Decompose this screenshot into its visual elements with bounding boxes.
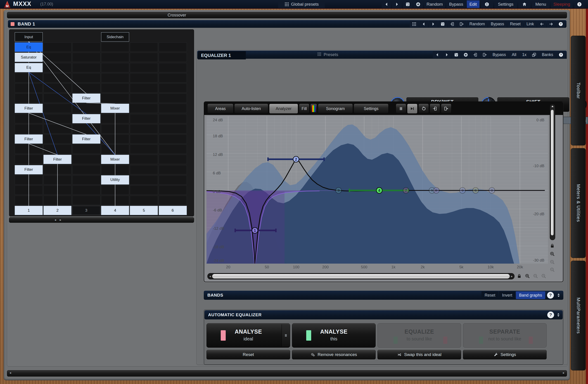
graph-analyzer-button[interactable]: Analyzer bbox=[269, 104, 298, 114]
grid-cell[interactable] bbox=[43, 134, 71, 144]
node-mixer[interactable]: Mixer bbox=[101, 104, 129, 113]
band-prev-icon-button[interactable] bbox=[419, 20, 428, 27]
grid-cell[interactable] bbox=[130, 134, 158, 144]
grid-cell[interactable] bbox=[43, 83, 71, 93]
graph-vscrollbar[interactable] bbox=[550, 104, 555, 240]
eq-band-point-8[interactable]: 8 bbox=[433, 188, 439, 193]
grid-cell[interactable] bbox=[130, 165, 158, 174]
grid-cell[interactable] bbox=[72, 124, 100, 134]
grid-cell[interactable] bbox=[72, 104, 100, 113]
topbar-preset-prev-icon[interactable] bbox=[382, 0, 391, 8]
graph-sonogram-button[interactable]: Sonogram bbox=[318, 104, 353, 114]
grid-cell[interactable] bbox=[72, 63, 100, 72]
bottom-scrollbar[interactable]: ◂ ▸ bbox=[7, 370, 567, 377]
graph-vzoom-reset-icon[interactable] bbox=[549, 266, 556, 273]
grid-cell[interactable] bbox=[15, 83, 43, 93]
graph-vzoom-in-icon[interactable] bbox=[549, 250, 556, 257]
grid-cell[interactable] bbox=[159, 185, 187, 195]
grid-cell[interactable] bbox=[15, 124, 43, 134]
topbar-randomize-icon[interactable] bbox=[403, 0, 413, 8]
node-filter[interactable]: Filter bbox=[72, 134, 100, 144]
band-undo-icon-button[interactable] bbox=[537, 20, 546, 27]
auto-eq-action-swap-button[interactable]: Swap this and ideal bbox=[378, 350, 461, 359]
band-color-swatch[interactable] bbox=[11, 22, 15, 26]
grid-cell[interactable] bbox=[159, 94, 187, 103]
grid-cell[interactable] bbox=[130, 42, 158, 52]
graph-fill-button[interactable]: Fill bbox=[299, 104, 309, 114]
eq-band-point-3[interactable]: 3 bbox=[336, 188, 341, 193]
grid-cell[interactable] bbox=[130, 114, 158, 123]
grid-cell[interactable] bbox=[130, 94, 158, 103]
graph-areas-button[interactable]: Areas bbox=[207, 104, 233, 114]
eq-prev-icon-button[interactable] bbox=[433, 51, 442, 58]
output-slot-3[interactable]: 3 bbox=[72, 206, 100, 215]
grid-cell[interactable] bbox=[43, 53, 71, 62]
grid-cell[interactable] bbox=[159, 104, 187, 113]
topbar-home-icon[interactable] bbox=[518, 0, 530, 8]
grid-cell[interactable] bbox=[43, 42, 71, 52]
graph-rainbow-icon-button[interactable] bbox=[310, 104, 317, 114]
grid-cell[interactable] bbox=[72, 42, 100, 52]
analyse-ideal-menu-icon[interactable] bbox=[282, 324, 290, 346]
bottom-scroll-right-icon[interactable]: ▸ bbox=[563, 371, 565, 375]
grid-cell[interactable] bbox=[72, 73, 100, 82]
node-mixer[interactable]: Mixer bbox=[101, 155, 129, 164]
grid-cell[interactable] bbox=[15, 73, 43, 82]
output-slot-2[interactable]: 2 bbox=[43, 206, 71, 215]
node-input[interactable]: Input bbox=[15, 32, 43, 41]
band-reset-button[interactable]: Reset bbox=[507, 20, 523, 27]
bands-collapse-icon[interactable] bbox=[555, 293, 563, 298]
grid-cell[interactable] bbox=[130, 196, 158, 205]
topbar-settings-button[interactable]: Settings bbox=[494, 0, 517, 8]
bands-help-icon[interactable]: ? bbox=[547, 292, 554, 299]
grid-cell[interactable] bbox=[159, 134, 187, 144]
graph-export-icon-button[interactable] bbox=[441, 104, 451, 114]
topbar-preset-next-icon[interactable] bbox=[392, 0, 402, 8]
band-next-icon-button[interactable] bbox=[429, 20, 438, 27]
grid-cell[interactable] bbox=[101, 73, 129, 82]
grid-cell[interactable] bbox=[101, 114, 129, 123]
graph-hzoom-in-icon[interactable] bbox=[524, 273, 531, 279]
eq-band-point-6[interactable]: 6 bbox=[473, 188, 479, 193]
grid-cell[interactable] bbox=[130, 53, 158, 62]
grid-cell[interactable] bbox=[72, 165, 100, 174]
grid-cell[interactable] bbox=[15, 155, 43, 164]
grid-cell[interactable] bbox=[72, 196, 100, 205]
grid-cell[interactable] bbox=[159, 175, 187, 185]
grid-cell[interactable] bbox=[130, 73, 158, 82]
grid-cell[interactable] bbox=[43, 124, 71, 134]
grid-cell[interactable] bbox=[130, 83, 158, 93]
grid-cell[interactable] bbox=[15, 175, 43, 185]
grid-cell[interactable] bbox=[43, 104, 71, 113]
grid-cell[interactable] bbox=[43, 165, 71, 174]
band-grid-icon-button[interactable] bbox=[410, 20, 419, 27]
eq-banks-button[interactable]: Banks bbox=[539, 51, 556, 58]
output-slot-6[interactable]: 6 bbox=[159, 206, 187, 215]
graph-settings-button[interactable]: Settings bbox=[354, 104, 389, 114]
grid-cell[interactable] bbox=[159, 63, 187, 72]
eq-band-point-0[interactable]: 0 bbox=[489, 188, 495, 193]
grid-cell[interactable] bbox=[43, 94, 71, 103]
scroll-left-icon[interactable]: ◂ bbox=[209, 274, 211, 278]
grid-cell[interactable] bbox=[130, 185, 158, 195]
topbar-global-presets-button[interactable]: Global presets bbox=[278, 0, 325, 8]
routing-collapse-bar[interactable]: ◂ ▸ bbox=[9, 217, 194, 223]
graph-hzoom-out-icon[interactable] bbox=[532, 273, 539, 279]
auto-eq-analyse-this-button[interactable]: ANALYSE this bbox=[292, 323, 376, 348]
grid-cell[interactable] bbox=[101, 124, 129, 134]
grid-cell[interactable] bbox=[159, 53, 187, 62]
presets-button[interactable]: Presets bbox=[317, 51, 338, 59]
band-help-icon-button[interactable]: ? bbox=[556, 20, 565, 27]
node-filter[interactable]: Filter bbox=[72, 114, 100, 123]
melda-logo-icon[interactable]: M bbox=[4, 1, 11, 9]
grid-cell[interactable] bbox=[72, 155, 100, 164]
output-slot-5[interactable]: 5 bbox=[130, 206, 158, 215]
grid-cell[interactable] bbox=[101, 134, 129, 144]
eq-graph-plot[interactable]: 123475896024 dB18 dB12 dB6 dB0 dB-6 dB-1… bbox=[207, 116, 548, 264]
grid-cell[interactable] bbox=[101, 42, 129, 52]
eq-oversampling-button[interactable]: 1x bbox=[520, 51, 529, 58]
graph-auto-listen-button[interactable]: Auto-listen bbox=[234, 104, 268, 114]
eq-help-icon-button[interactable]: ? bbox=[556, 51, 565, 58]
grid-cell[interactable] bbox=[43, 196, 71, 205]
topbar-alert-icon[interactable] bbox=[481, 0, 493, 8]
